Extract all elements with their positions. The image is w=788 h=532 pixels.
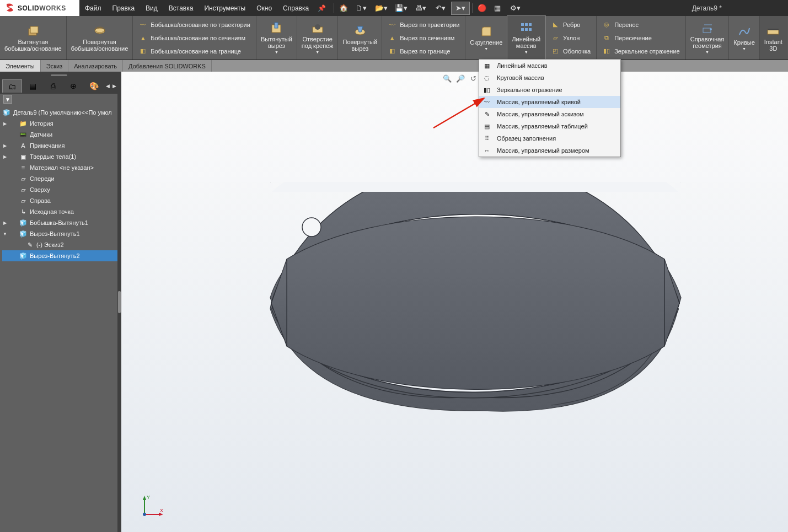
menu-window[interactable]: Окно (251, 0, 277, 16)
tree-expander[interactable]: ▶ (2, 154, 8, 159)
tab-features[interactable]: Элементы (0, 60, 41, 72)
sweep-cut-button[interactable]: 〰Вырез по траектории (385, 18, 462, 31)
fm-tab-property[interactable]: ▤ (23, 79, 42, 93)
dropdown-item-6[interactable]: ⠿Образец заполнения (479, 132, 620, 144)
tree-expander[interactable]: ▶ (2, 143, 8, 148)
dropdown-item-2[interactable]: ▮▯Зеркальное отражение (479, 84, 620, 96)
mirror-button[interactable]: ▮▯Зеркальное отражение (600, 45, 682, 58)
sweep-boss-button[interactable]: 〰Бобышка/основание по траектории (136, 18, 253, 31)
tree-node-6[interactable]: ▱Сверху (2, 184, 117, 195)
revolved-cut-icon (353, 24, 367, 37)
dropdown-item-3[interactable]: 〰Массив, управляемый кривой (479, 96, 620, 108)
menu-insert[interactable]: Вставка (163, 0, 199, 16)
loft-boss-button[interactable]: ▲Бобышка/основание по сечениям (136, 31, 253, 45)
wrap-intersect-mirror-stack: ◎Перенос ⧉Пересечение ▮▯Зеркальное отраж… (597, 16, 686, 60)
tree-node-7[interactable]: ▱Справа (2, 195, 117, 206)
fm-tab-tree[interactable]: 🗂 (2, 79, 22, 93)
revolved-boss-button[interactable]: Повернутая бобышка/основание (67, 16, 133, 60)
rebuild-button[interactable]: 🔴 (475, 2, 489, 15)
new-button[interactable]: 🗋▾ (352, 2, 371, 15)
filter-icon[interactable]: ▼ (3, 95, 12, 104)
app-name: SOLIDWORKS (18, 4, 66, 12)
dropdown-item-1[interactable]: ◌Круговой массив (479, 72, 620, 84)
rib-button[interactable]: ◣Ребро (549, 18, 593, 31)
tab-sketch[interactable]: Эскиз (41, 60, 68, 72)
part-icon: 🧊 (2, 109, 11, 116)
fm-tab-dimxpert[interactable]: ⊕ (63, 79, 83, 93)
select-button[interactable]: ➤▾ (451, 2, 470, 15)
zoom-fit-button[interactable]: 🔍 (441, 73, 453, 84)
zoom-area-button[interactable]: 🔎 (454, 73, 467, 84)
tab-addins[interactable]: Добавления SOLIDWORKS (123, 60, 212, 72)
graphics-area[interactable]: 🔍 🔎 ↺ ◫ ⬚ ▣▾ ▨▾ (121, 72, 788, 532)
tree-expander[interactable]: ▼ (2, 232, 8, 237)
menu-edit[interactable]: Правка (107, 0, 141, 16)
revolve-icon (93, 24, 106, 37)
revolved-cut-button[interactable]: Повернутый вырез (338, 16, 382, 60)
fillet-button[interactable]: Скругление ▼ (465, 16, 507, 60)
tree-expander[interactable]: ▶ (2, 121, 8, 126)
tree-node-12[interactable]: 🧊Вырез-Вытянуть2 (2, 250, 117, 261)
curves-button[interactable]: Кривые ▼ (729, 16, 760, 60)
fm-tab-config[interactable]: ⎙ (43, 79, 63, 93)
fm-tabs-left[interactable]: ◀ (104, 79, 111, 93)
linear-pattern-button[interactable]: Линейный массив ▼ (507, 16, 545, 60)
tree-node-5[interactable]: ▱Спереди (2, 173, 117, 184)
origin-icon: ↳ (19, 208, 28, 216)
tree-node-2[interactable]: ▶AПримечания (2, 140, 117, 151)
tree-node-9[interactable]: ▶🧊Бобышка-Вытянуть1 (2, 217, 117, 228)
home-button[interactable]: 🏠 (336, 2, 351, 15)
tab-analyse[interactable]: Анализировать (68, 60, 123, 72)
tree-label: Материал <не указан> (30, 164, 94, 171)
undo-button[interactable]: ↶▾ (431, 2, 450, 15)
fm-tabs-right[interactable]: ▶ (111, 79, 117, 93)
tree-expander[interactable]: ▶ (2, 221, 8, 225)
solids-icon: ▣ (19, 153, 28, 160)
dropdown-item-4[interactable]: ✎Массив, управляемый эскизом (479, 108, 620, 120)
tree-node-3[interactable]: ▶▣Твердые тела(1) (2, 151, 117, 162)
quickaccess: 🏠 🗋▾ 📂▾ 💾▾ 🖶▾ ↶▾ ➤▾ 🔴 ▦ ⚙▾ (333, 0, 524, 16)
tree-root[interactable]: 🧊 Деталь9 (По умолчанию<<По умол (2, 107, 117, 118)
draft-button[interactable]: ▱Уклон (549, 31, 593, 45)
menu-help[interactable]: Справка (277, 0, 314, 16)
tree-label: Вырез-Вытянуть1 (30, 230, 80, 237)
panel-splitter[interactable] (117, 72, 121, 532)
shell-button[interactable]: ◰Оболочка (549, 45, 593, 58)
boundary-boss-button[interactable]: ◧Бобышка/основание на границе (136, 45, 253, 58)
extruded-boss-button[interactable]: Вытянутая бобышка/основание (0, 16, 67, 60)
pin-icon[interactable]: 📌 (318, 4, 326, 12)
svg-point-28 (143, 513, 146, 516)
dropdown-item-5[interactable]: ▤Массив, управляемый таблицей (479, 120, 620, 132)
menu-file[interactable]: Файл (79, 0, 107, 16)
intersect-button[interactable]: ⧉Пересечение (600, 31, 682, 45)
dropdown-item-7[interactable]: ↔Массив, управляемый размером (479, 144, 620, 157)
tree-node-4[interactable]: ≡Материал <не указан> (2, 162, 117, 173)
print-button[interactable]: 🖶▾ (411, 2, 430, 15)
menu-tools[interactable]: Инструменты (199, 0, 251, 16)
panel-grip[interactable] (51, 74, 67, 76)
svg-rect-15 (703, 28, 711, 33)
notes-icon: A (19, 142, 28, 149)
extruded-cut-button[interactable]: Вытянутый вырез ▼ (256, 16, 297, 60)
ref-geometry-button[interactable]: Справочная геометрия ▼ (686, 16, 730, 60)
settings-button[interactable]: ⚙▾ (506, 2, 524, 15)
save-button[interactable]: 💾▾ (392, 2, 410, 15)
dropdown-item-0[interactable]: ▦Линейный массив (479, 60, 620, 72)
instant-3d-button[interactable]: Instant 3D (760, 16, 787, 60)
sketch-icon: ✎ (25, 241, 34, 249)
menu-view[interactable]: Вид (140, 0, 163, 16)
menubar: SOLIDWORKS Файл Правка Вид Вставка Инстр… (0, 0, 788, 16)
tree-node-8[interactable]: ↳Исходная точка (2, 206, 117, 217)
options-button[interactable]: ▦ (490, 2, 505, 15)
tree-node-1[interactable]: 📟Датчики (2, 129, 117, 140)
prev-view-button[interactable]: ↺ (468, 73, 480, 84)
loft-cut-button[interactable]: ▲Вырез по сечениям (385, 31, 462, 45)
tree-node-0[interactable]: ▶📁История (2, 118, 117, 129)
tree-node-11[interactable]: ✎(-) Эскиз2 (2, 239, 117, 250)
open-button[interactable]: 📂▾ (372, 2, 390, 15)
boundary-cut-button[interactable]: ◧Вырез по границе (385, 45, 462, 58)
hole-wizard-button[interactable]: Отверстие под крепеж ▼ (297, 16, 339, 60)
fm-tab-display[interactable]: 🎨 (84, 79, 104, 93)
tree-node-10[interactable]: ▼🧊Вырез-Вытянуть1 (2, 228, 117, 239)
wrap-button[interactable]: ◎Перенос (600, 18, 682, 31)
